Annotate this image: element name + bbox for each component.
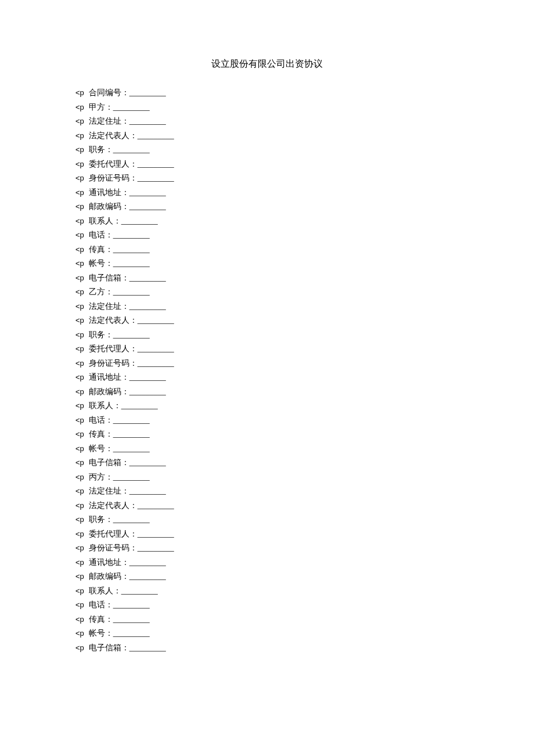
field-label: 法定代表人： bbox=[89, 316, 138, 325]
field-blank: _________ bbox=[129, 373, 166, 381]
field-row: <p传真：_________ bbox=[75, 615, 459, 624]
field-row: <p邮政编码：_________ bbox=[75, 203, 459, 211]
field-row: <p电话：_________ bbox=[75, 231, 459, 239]
field-label: 电话： bbox=[89, 231, 113, 239]
p-tag-marker: <p bbox=[75, 117, 84, 125]
field-row: <p法定住址：_________ bbox=[75, 117, 459, 125]
field-blank: _________ bbox=[113, 416, 150, 424]
field-label: 职务： bbox=[89, 146, 113, 154]
p-tag-marker: <p bbox=[75, 601, 84, 609]
field-row: <p身份证号码：_________ bbox=[75, 359, 459, 368]
p-tag-marker: <p bbox=[75, 430, 84, 438]
field-blank: _________ bbox=[129, 559, 166, 567]
field-blank: _________ bbox=[138, 345, 174, 353]
field-row: <p帐号：_________ bbox=[75, 629, 459, 638]
field-row: <p合同编号：_________ bbox=[75, 89, 459, 97]
p-tag-marker: <p bbox=[75, 559, 84, 566]
field-row: <p职务：_________ bbox=[75, 331, 459, 339]
p-tag-marker: <p bbox=[75, 303, 84, 310]
field-label: 委托代理人： bbox=[89, 160, 138, 168]
field-label: 传真： bbox=[89, 615, 113, 624]
field-blank: _________ bbox=[129, 89, 166, 97]
p-tag-marker: <p bbox=[75, 402, 84, 409]
field-label: 帐号： bbox=[89, 445, 113, 453]
field-label: 甲方： bbox=[89, 103, 113, 111]
field-label: 联系人： bbox=[89, 402, 121, 410]
field-label: 电话： bbox=[89, 416, 113, 424]
field-row: <p职务：_________ bbox=[75, 516, 459, 524]
field-label: 乙方： bbox=[89, 288, 113, 296]
field-row: <p电话：_________ bbox=[75, 416, 459, 424]
field-row: <p法定住址：_________ bbox=[75, 303, 459, 311]
field-row: <p委托代理人：_________ bbox=[75, 345, 459, 353]
field-row: <p身份证号码：_________ bbox=[75, 174, 459, 182]
p-tag-marker: <p bbox=[75, 203, 84, 210]
field-row: <p邮政编码：_________ bbox=[75, 388, 459, 396]
field-label: 委托代理人： bbox=[89, 530, 138, 538]
field-blank: _________ bbox=[113, 246, 150, 254]
field-label: 邮政编码： bbox=[89, 573, 129, 581]
p-tag-marker: <p bbox=[75, 246, 84, 253]
field-label: 联系人： bbox=[89, 217, 121, 225]
field-label: 电子信箱： bbox=[89, 644, 129, 652]
p-tag-marker: <p bbox=[75, 416, 84, 424]
field-row: <p联系人：_________ bbox=[75, 587, 459, 595]
field-row: <p通讯地址：_________ bbox=[75, 559, 459, 567]
field-blank: _________ bbox=[113, 103, 150, 111]
field-blank: _________ bbox=[113, 473, 150, 481]
field-label: 帐号： bbox=[89, 260, 113, 268]
field-label: 身份证号码： bbox=[89, 359, 138, 368]
field-label: 通讯地址： bbox=[89, 559, 129, 567]
p-tag-marker: <p bbox=[75, 217, 84, 225]
field-label: 法定住址： bbox=[89, 117, 129, 125]
fields-container: <p合同编号：_________<p甲方：_________<p法定住址：___… bbox=[75, 89, 459, 652]
field-row: <p丙方：_________ bbox=[75, 473, 459, 481]
field-label: 委托代理人： bbox=[89, 345, 138, 353]
p-tag-marker: <p bbox=[75, 174, 84, 182]
field-blank: _________ bbox=[113, 516, 150, 524]
p-tag-marker: <p bbox=[75, 359, 84, 367]
p-tag-marker: <p bbox=[75, 473, 84, 481]
field-row: <p甲方：_________ bbox=[75, 103, 459, 111]
field-row: <p乙方：_________ bbox=[75, 288, 459, 296]
p-tag-marker: <p bbox=[75, 160, 84, 168]
field-row: <p帐号：_________ bbox=[75, 260, 459, 268]
p-tag-marker: <p bbox=[75, 260, 84, 267]
p-tag-marker: <p bbox=[75, 487, 84, 495]
field-row: <p电子信箱：_________ bbox=[75, 274, 459, 282]
field-blank: _________ bbox=[113, 146, 150, 154]
field-row: <p电子信箱：_________ bbox=[75, 459, 459, 467]
document-page: 设立股份有限公司出资协议 <p合同编号：_________<p甲方：______… bbox=[75, 58, 459, 652]
p-tag-marker: <p bbox=[75, 231, 84, 239]
field-blank: _________ bbox=[138, 160, 174, 168]
field-blank: _________ bbox=[113, 615, 150, 624]
p-tag-marker: <p bbox=[75, 445, 84, 452]
field-blank: _________ bbox=[129, 274, 166, 282]
field-row: <p法定代表人：_________ bbox=[75, 502, 459, 510]
p-tag-marker: <p bbox=[75, 316, 84, 324]
field-row: <p联系人：_________ bbox=[75, 402, 459, 410]
p-tag-marker: <p bbox=[75, 274, 84, 282]
field-blank: _________ bbox=[129, 644, 166, 652]
field-label: 传真： bbox=[89, 246, 113, 254]
field-blank: _________ bbox=[121, 587, 158, 595]
field-blank: _________ bbox=[138, 359, 174, 368]
field-blank: _________ bbox=[113, 260, 150, 268]
p-tag-marker: <p bbox=[75, 629, 84, 637]
p-tag-marker: <p bbox=[75, 373, 84, 381]
field-blank: _________ bbox=[113, 331, 150, 339]
p-tag-marker: <p bbox=[75, 516, 84, 523]
field-blank: _________ bbox=[113, 445, 150, 453]
field-blank: _________ bbox=[129, 459, 166, 467]
field-label: 合同编号： bbox=[89, 89, 129, 97]
field-blank: _________ bbox=[113, 231, 150, 239]
field-label: 职务： bbox=[89, 331, 113, 339]
p-tag-marker: <p bbox=[75, 89, 84, 96]
field-row: <p传真：_________ bbox=[75, 430, 459, 438]
field-blank: _________ bbox=[129, 573, 166, 581]
field-blank: _________ bbox=[113, 601, 150, 609]
field-row: <p法定住址：_________ bbox=[75, 487, 459, 495]
field-blank: _________ bbox=[129, 388, 166, 396]
field-blank: _________ bbox=[138, 544, 174, 552]
document-title: 设立股份有限公司出资协议 bbox=[75, 58, 459, 70]
